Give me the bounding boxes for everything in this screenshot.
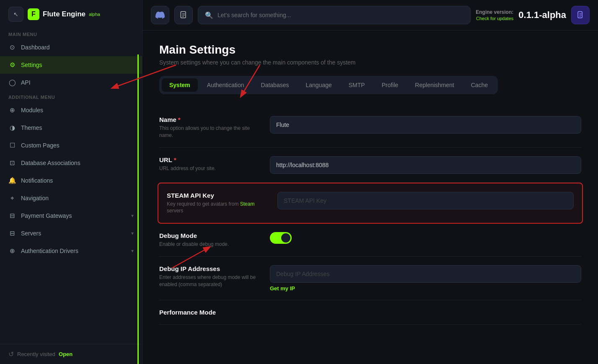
open-link[interactable]: Open [59, 351, 72, 357]
alpha-badge: alpha [89, 12, 100, 17]
svg-rect-4 [578, 12, 582, 18]
sidebar-item-payment-gateways[interactable]: ⊟ Payment Gateways ▾ [0, 207, 142, 225]
debug-ip-field-row: Debug IP Addresses Enter addresses where… [159, 257, 581, 300]
sidebar-item-label: Themes [21, 124, 42, 131]
debug-ip-input[interactable] [270, 265, 581, 283]
auth-icon: ⊕ [8, 247, 16, 255]
search-input[interactable] [217, 12, 463, 18]
chevron-down-icon: ▾ [131, 248, 134, 254]
steam-api-description: Key required to get avatars from Steam s… [167, 201, 267, 215]
file-icon [576, 11, 585, 19]
database-icon: ⊡ [8, 159, 16, 167]
sidebar-item-themes[interactable]: ◑ Themes [0, 119, 142, 137]
sidebar-item-modules[interactable]: ⊕ Modules [0, 101, 142, 119]
tab-language[interactable]: Language [298, 78, 339, 92]
settings-form: Name * This option allows you to change … [159, 108, 581, 325]
sidebar-item-label: Custom Pages [21, 142, 60, 149]
discord-icon [155, 10, 165, 20]
tab-cache[interactable]: Cache [463, 78, 495, 92]
debug-mode-input-area [270, 232, 581, 244]
name-field-row: Name * This option allows you to change … [159, 108, 581, 148]
api-icon: ◯ [8, 79, 16, 86]
recently-visited-label: Recently visited [17, 351, 55, 357]
additional-menu-label: Additional Menu [0, 91, 142, 101]
steam-desc-prefix: Key required to get avatars from [167, 201, 240, 207]
settings-icon: ⚙ [8, 61, 16, 69]
debug-ip-description: Enter addresses where debug mode will be… [159, 274, 260, 288]
search-bar[interactable]: 🔍 [198, 6, 471, 24]
debug-mode-description: Enable or disable debug mode. [159, 241, 260, 248]
url-description: URL address of your site. [159, 165, 260, 172]
svg-rect-0 [181, 12, 186, 18]
debug-mode-label: Debug Mode [159, 232, 260, 239]
performance-label: Performance Mode [159, 309, 260, 316]
required-indicator: * [178, 116, 181, 123]
toggle-knob [281, 233, 290, 243]
performance-mode-field-row: Performance Mode [159, 300, 581, 325]
payment-icon: ⊟ [8, 212, 16, 219]
steam-api-label-area: STEAM API Key Key required to get avatar… [167, 192, 267, 215]
sidebar-item-servers[interactable]: ⊟ Servers ▾ [0, 225, 142, 242]
docs-button[interactable] [174, 6, 193, 24]
debug-ip-label-area: Debug IP Addresses Enter addresses where… [159, 265, 260, 288]
discord-button[interactable] [151, 6, 169, 24]
sidebar-header: ↖ F Flute Engine alpha [0, 0, 142, 28]
sidebar-item-label: Notifications [21, 177, 53, 184]
chevron-down-icon: ▾ [131, 213, 134, 219]
sidebar-item-settings[interactable]: ⚙ Settings [0, 56, 142, 74]
sidebar-item-database-associations[interactable]: ⊡ Database Associations [0, 154, 142, 172]
sidebar-item-label: Navigation [21, 195, 49, 201]
tab-authentication[interactable]: Authentication [199, 78, 252, 92]
debug-ip-label: Debug IP Addresses [159, 265, 260, 272]
check-updates-link[interactable]: Check for updates [476, 16, 513, 21]
main-content: 🔍 Engine version: Check for updates 0.1.… [142, 0, 598, 364]
topbar: 🔍 Engine version: Check for updates 0.1.… [142, 0, 598, 31]
url-input[interactable] [270, 156, 581, 174]
sidebar-item-label: Settings [21, 62, 42, 68]
document-button[interactable] [571, 6, 590, 24]
logo-icon: F [28, 8, 39, 20]
debug-toggle-wrap [270, 232, 581, 244]
tab-system[interactable]: System [162, 78, 198, 92]
page-title: Main Settings [159, 43, 581, 57]
page-body: Main Settings System settings where you … [142, 31, 598, 364]
engine-version: Engine version: Check for updates [476, 9, 513, 21]
name-input[interactable] [270, 116, 581, 134]
sidebar-item-label: Database Associations [21, 160, 80, 166]
name-label: Name * [159, 116, 260, 123]
sidebar-item-custom-pages[interactable]: ☐ Custom Pages [0, 137, 142, 154]
main-menu-label: Main Menu [0, 28, 142, 39]
url-label: URL * [159, 156, 260, 163]
sidebar-item-authentication-drivers[interactable]: ⊕ Authentication Drivers ▾ [0, 242, 142, 260]
search-icon: 🔍 [205, 11, 213, 19]
back-button[interactable]: ↖ [8, 7, 23, 22]
performance-label-area: Performance Mode [159, 309, 260, 316]
sidebar-item-notifications[interactable]: 🔔 Notifications [0, 172, 142, 189]
tab-databases[interactable]: Databases [254, 78, 297, 92]
steam-desc-suffix: servers [167, 208, 183, 214]
tab-replenishment[interactable]: Replenishment [407, 78, 461, 92]
sidebar: ↖ F Flute Engine alpha Main Menu ⊙ Dashb… [0, 0, 142, 364]
modules-icon: ⊕ [8, 106, 16, 114]
steam-link[interactable]: Steam [240, 201, 255, 207]
sidebar-item-api[interactable]: ◯ API [0, 74, 142, 91]
sidebar-item-dashboard[interactable]: ⊙ Dashboard [0, 39, 142, 56]
tab-profile[interactable]: Profile [374, 78, 406, 92]
sidebar-item-label: Authentication Drivers [21, 248, 78, 254]
tab-smtp[interactable]: SMTP [341, 78, 373, 92]
settings-tabs: System Authentication Databases Language… [159, 76, 498, 94]
required-indicator: * [174, 156, 176, 163]
docs-icon [179, 11, 188, 19]
debug-mode-field-row: Debug Mode Enable or disable debug mode. [159, 224, 581, 257]
sidebar-item-navigation[interactable]: ⌖ Navigation [0, 189, 142, 207]
steam-api-label: STEAM API Key [167, 192, 267, 199]
sidebar-item-label: Payment Gateways [21, 212, 72, 219]
recently-visited-bar[interactable]: ↺ Recently visited Open [0, 344, 142, 364]
get-my-ip-link[interactable]: Get my IP [270, 285, 581, 292]
debug-ip-input-area: Get my IP [270, 265, 581, 292]
dashboard-icon: ⊙ [8, 44, 16, 51]
logo-area: F Flute Engine alpha [28, 8, 100, 20]
steam-api-input[interactable] [277, 192, 574, 209]
engine-version-label: Engine version: [476, 9, 513, 15]
debug-toggle[interactable] [270, 232, 292, 244]
